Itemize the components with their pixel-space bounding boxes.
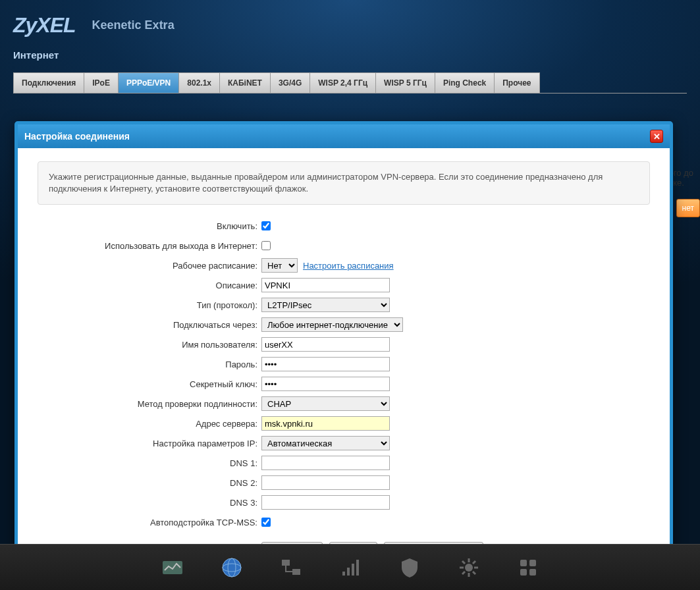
modal-title: Настройка соединения xyxy=(24,131,130,142)
label-enable: Включить: xyxy=(38,221,261,231)
network-icon[interactable] xyxy=(278,554,304,581)
label-schedule: Рабочее расписание: xyxy=(38,261,261,271)
label-dns1: DNS 1: xyxy=(38,458,261,468)
label-server: Адрес сервера: xyxy=(38,419,261,429)
svg-rect-0 xyxy=(163,561,182,574)
svg-line-17 xyxy=(473,572,475,574)
tcp-mss-checkbox[interactable] xyxy=(261,518,271,527)
stats-icon[interactable] xyxy=(159,554,186,581)
svg-line-16 xyxy=(462,561,465,564)
use-internet-checkbox[interactable] xyxy=(261,241,271,250)
password-input[interactable] xyxy=(261,357,390,371)
ip-config-select[interactable]: Автоматическая xyxy=(261,436,390,450)
label-password: Пароль: xyxy=(38,360,261,369)
schedule-select[interactable]: Нет xyxy=(261,258,298,273)
wifi-icon[interactable] xyxy=(337,554,363,581)
label-secret: Секретный ключ: xyxy=(38,379,261,389)
globe-icon[interactable] xyxy=(219,554,245,581)
svg-rect-22 xyxy=(520,569,527,576)
svg-rect-9 xyxy=(352,564,354,576)
secret-key-input[interactable] xyxy=(261,377,390,391)
svg-rect-8 xyxy=(347,568,350,576)
enable-checkbox[interactable] xyxy=(261,221,271,230)
svg-rect-10 xyxy=(356,560,359,576)
firewall-icon[interactable] xyxy=(396,554,423,581)
connect-via-select[interactable]: Любое интернет-подключение xyxy=(261,317,403,332)
svg-rect-23 xyxy=(529,569,536,576)
modal-overlay: Настройка соединения ✕ Укажите регистрац… xyxy=(0,0,700,590)
svg-rect-21 xyxy=(529,560,536,566)
svg-rect-7 xyxy=(342,572,345,576)
info-box: Укажите регистрационные данные, выданные… xyxy=(38,161,650,205)
label-use-internet: Использовать для выхода в Интернет: xyxy=(38,241,261,251)
dns2-input[interactable] xyxy=(261,475,390,490)
apps-icon[interactable] xyxy=(515,554,541,581)
connection-settings-modal: Настройка соединения ✕ Укажите регистрац… xyxy=(14,121,673,578)
label-tcpmss: Автоподстройка TCP-MSS: xyxy=(38,518,261,527)
dock-bar xyxy=(0,544,700,590)
svg-rect-6 xyxy=(292,569,300,575)
label-type: Тип (протокол): xyxy=(38,300,261,310)
svg-point-11 xyxy=(465,564,473,572)
label-connect-via: Подключаться через: xyxy=(38,320,261,330)
dns3-input[interactable] xyxy=(261,495,390,510)
label-auth: Метод проверки подлинности: xyxy=(38,399,261,409)
svg-rect-5 xyxy=(282,560,290,566)
svg-line-19 xyxy=(462,572,465,574)
label-dns2: DNS 2: xyxy=(38,478,261,488)
modal-body: Укажите регистрационные данные, выданные… xyxy=(18,148,670,575)
svg-line-18 xyxy=(473,561,475,564)
auth-method-select[interactable]: CHAP xyxy=(261,396,390,411)
schedule-settings-link[interactable]: Настроить расписания xyxy=(303,261,394,271)
label-username: Имя пользователя: xyxy=(38,340,261,350)
dns1-input[interactable] xyxy=(261,456,390,470)
description-input[interactable] xyxy=(261,278,390,292)
modal-header: Настройка соединения ✕ xyxy=(18,124,670,148)
settings-icon[interactable] xyxy=(456,554,482,581)
label-description: Описание: xyxy=(38,281,261,290)
label-ip-config: Настройка параметров IP: xyxy=(38,439,261,448)
username-input[interactable] xyxy=(261,337,390,352)
label-dns3: DNS 3: xyxy=(38,498,261,508)
protocol-select[interactable]: L2TP/IPsec xyxy=(261,298,390,312)
server-address-input[interactable] xyxy=(261,416,390,431)
svg-rect-20 xyxy=(520,560,527,566)
close-icon[interactable]: ✕ xyxy=(650,130,663,143)
